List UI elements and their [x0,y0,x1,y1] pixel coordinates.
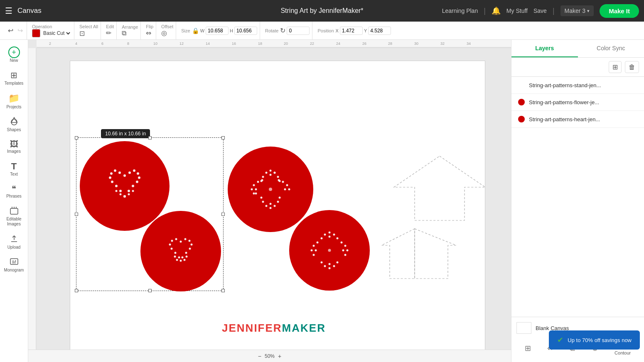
svg-point-83 [288,188,290,191]
handle-bl[interactable] [75,289,78,292]
sidebar-item-new[interactable]: + New [0,43,28,66]
svg-point-123 [337,262,339,264]
sidebar-item-shapes[interactable]: Shapes [0,113,28,135]
sidebar-item-projects-label: Projects [6,105,21,109]
redo-button[interactable]: ↪ [16,25,24,36]
svg-point-62 [184,238,187,240]
svg-point-45 [136,181,138,183]
zoom-out-button[interactable]: − [258,353,261,360]
save-button[interactable]: Save [533,7,547,14]
svg-point-53 [140,211,221,291]
svg-point-122 [333,265,335,267]
svg-point-79 [255,188,257,191]
circle-heart-small[interactable] [140,210,222,292]
layer-item-0[interactable]: String-art-patterns-stand-jen... [511,77,644,94]
svg-rect-29 [28,48,37,362]
y-input[interactable] [368,27,391,35]
svg-point-70 [184,259,186,261]
layer-item-1[interactable]: String-art-patterns-flower-je... [511,94,644,111]
machine-selector[interactable]: Maker 3 ▾ [560,5,594,16]
operation-selector[interactable]: Operation Basic Cut [32,24,71,37]
flip-group: Flip ⇔ [143,22,156,39]
svg-point-68 [174,256,176,258]
sidebar-item-monogram-label: Monogram [4,268,24,272]
color-swatch[interactable] [32,29,40,37]
sidebar-item-phrases[interactable]: ❝ Phrases [0,181,28,202]
edit-button[interactable]: Edit ✏ [106,24,114,37]
svg-point-59 [175,252,177,254]
contour-label: Contour [615,350,631,355]
sidebar-item-upload[interactable]: Upload [0,231,28,253]
svg-point-71 [186,256,188,258]
offset-icon: ◎ [161,29,173,37]
sidebar-item-images-label: Images [7,149,21,154]
handle-br[interactable] [221,289,225,292]
svg-text:8: 8 [127,42,129,46]
svg-point-56 [171,240,173,242]
upload-icon [10,234,19,245]
arrange-icon: ⧉ [122,29,138,37]
canvas-area[interactable]: 2 4 6 8 10 12 14 16 18 20 22 24 26 28 30… [28,40,511,362]
circle-flower-small[interactable] [288,209,371,291]
svg-point-111 [317,242,319,244]
grid-icon[interactable]: ⊞ [525,344,531,353]
handle-tr[interactable] [221,136,225,139]
learning-plan-link[interactable]: Learning Plan [442,7,478,14]
add-layer-button[interactable]: ⊞ [609,61,622,73]
toast-message: Up to 70% off savings now [568,337,632,343]
svg-point-61 [180,260,182,262]
tab-color-sync[interactable]: Color Sync [578,40,644,57]
sidebar-item-images[interactable]: 🖼 Images [0,136,28,157]
svg-point-88 [270,207,272,209]
sidebar-item-upload-label: Upload [7,245,21,249]
svg-point-82 [261,179,263,181]
x-input[interactable] [340,27,363,35]
delete-layer-button[interactable]: 🗑 [625,61,639,73]
sidebar-item-editable-images-label: Editable Images [2,217,26,227]
arrange-button[interactable]: Arrange ⧉ [122,24,138,37]
handle-tl[interactable] [75,136,78,139]
sidebar-item-text[interactable]: T Text [0,158,28,180]
templates-icon: ⊞ [10,70,17,80]
sidebar-item-projects[interactable]: 📁 Projects [0,90,28,113]
toast-notification[interactable]: ✔ Up to 70% off savings now [549,330,640,350]
notifications-icon[interactable]: 🔔 [492,6,501,15]
make-it-button[interactable]: Make It [600,4,639,18]
svg-point-46 [132,185,134,187]
chevron-down-icon: ▾ [587,8,590,14]
svg-text:20: 20 [284,42,288,46]
undo-button[interactable]: ↩ [7,25,15,36]
operation-select[interactable]: Basic Cut [42,30,71,37]
hamburger-menu[interactable]: ☰ [5,6,12,16]
rotate-input[interactable] [287,27,310,35]
layer-name-1: String-art-patterns-flower-je... [529,99,637,105]
x-label: X [336,28,339,33]
toolbar: ↩ ↪ Operation Basic Cut Select All ⊡ Edi… [0,22,644,40]
handle-ml[interactable] [75,213,78,216]
sidebar-item-templates[interactable]: ⊞ Templates [0,67,28,89]
ruler-v-svg [28,48,37,362]
handle-tm[interactable] [148,136,152,139]
my-stuff-link[interactable]: My Stuff [506,7,528,14]
arrange-label: Arrange [122,24,138,29]
select-all-button[interactable]: Select All ⊡ [79,24,98,37]
zoom-in-button[interactable]: + [278,353,281,360]
layer-item-2[interactable]: String-art-patterns-heart-jen... [511,111,644,128]
handle-mr[interactable] [221,213,225,216]
svg-point-38 [115,185,118,187]
svg-point-48 [123,195,126,198]
sidebar-item-editable-images[interactable]: Editable Images [0,203,28,230]
svg-point-119 [321,262,323,264]
width-input[interactable] [206,27,229,35]
flip-button[interactable]: Flip ⇔ [146,24,153,37]
canvas-workspace[interactable]: 10.66 in x 10.66 in [37,48,511,350]
svg-point-75 [265,172,268,174]
position-label: Position [317,28,334,33]
offset-button[interactable]: Offset ◎ [161,24,173,37]
svg-point-104 [329,232,331,234]
tab-layers[interactable]: Layers [511,40,578,57]
height-input[interactable] [234,27,257,35]
sidebar-item-monogram[interactable]: M Monogram [0,254,28,276]
select-all-group: Select All ⊡ [77,22,101,39]
svg-point-57 [169,244,171,246]
